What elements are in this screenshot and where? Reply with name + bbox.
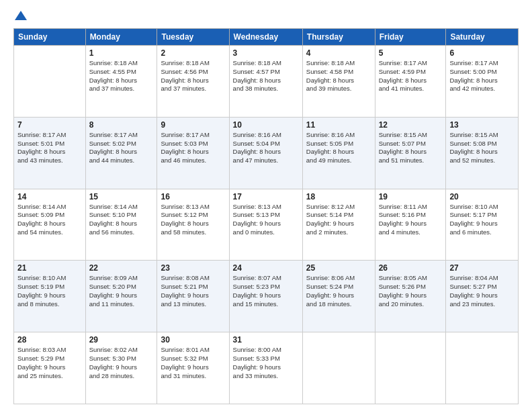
day-number: 17 [233, 192, 299, 201]
day-cell: 5Sunrise: 8:17 AM Sunset: 4:59 PM Daylig… [375, 46, 446, 118]
day-number: 20 [449, 192, 515, 201]
day-number: 23 [161, 263, 225, 273]
col-header-monday: Monday [85, 29, 157, 46]
day-number: 14 [17, 192, 82, 201]
day-info: Sunrise: 8:14 AM Sunset: 5:10 PM Dayligh… [89, 203, 154, 237]
day-info: Sunrise: 8:18 AM Sunset: 4:58 PM Dayligh… [306, 59, 371, 93]
day-number: 1 [89, 48, 154, 58]
day-cell: 26Sunrise: 8:05 AM Sunset: 5:26 PM Dayli… [375, 261, 446, 332]
day-info: Sunrise: 8:18 AM Sunset: 4:57 PM Dayligh… [233, 59, 299, 93]
day-info: Sunrise: 8:15 AM Sunset: 5:08 PM Dayligh… [449, 131, 515, 165]
day-number: 4 [306, 48, 371, 58]
day-info: Sunrise: 8:17 AM Sunset: 5:01 PM Dayligh… [17, 131, 82, 165]
day-info: Sunrise: 8:16 AM Sunset: 5:05 PM Dayligh… [306, 131, 371, 165]
day-cell: 3Sunrise: 8:18 AM Sunset: 4:57 PM Daylig… [229, 46, 302, 118]
day-number: 9 [161, 120, 225, 130]
day-info: Sunrise: 8:13 AM Sunset: 5:12 PM Dayligh… [161, 203, 225, 237]
day-number: 10 [233, 120, 299, 130]
day-cell: 11Sunrise: 8:16 AM Sunset: 5:05 PM Dayli… [302, 117, 375, 189]
day-cell: 6Sunrise: 8:17 AM Sunset: 5:00 PM Daylig… [446, 46, 519, 118]
day-info: Sunrise: 8:17 AM Sunset: 5:03 PM Dayligh… [161, 131, 225, 165]
day-info: Sunrise: 8:06 AM Sunset: 5:24 PM Dayligh… [306, 274, 371, 308]
day-number: 26 [379, 263, 443, 273]
day-number: 16 [161, 192, 225, 201]
day-number: 27 [449, 263, 515, 273]
day-number: 29 [89, 335, 154, 345]
day-cell: 4Sunrise: 8:18 AM Sunset: 4:58 PM Daylig… [302, 46, 375, 118]
day-info: Sunrise: 8:03 AM Sunset: 5:29 PM Dayligh… [17, 346, 82, 380]
col-header-tuesday: Tuesday [157, 29, 229, 46]
day-info: Sunrise: 8:17 AM Sunset: 5:02 PM Dayligh… [89, 131, 154, 165]
day-info: Sunrise: 8:01 AM Sunset: 5:32 PM Dayligh… [161, 346, 225, 380]
day-info: Sunrise: 8:02 AM Sunset: 5:30 PM Dayligh… [89, 346, 154, 380]
day-cell: 31Sunrise: 8:00 AM Sunset: 5:33 PM Dayli… [229, 332, 302, 404]
day-info: Sunrise: 8:05 AM Sunset: 5:26 PM Dayligh… [379, 274, 443, 308]
day-number: 21 [17, 263, 82, 273]
day-cell: 12Sunrise: 8:15 AM Sunset: 5:07 PM Dayli… [375, 117, 446, 189]
day-number: 3 [233, 48, 299, 58]
day-cell: 25Sunrise: 8:06 AM Sunset: 5:24 PM Dayli… [302, 261, 375, 332]
day-number: 31 [233, 335, 299, 345]
day-number: 8 [89, 120, 154, 130]
col-header-wednesday: Wednesday [229, 29, 302, 46]
header-row: SundayMondayTuesdayWednesdayThursdayFrid… [14, 29, 519, 46]
logo-icon [15, 9, 27, 21]
day-info: Sunrise: 8:08 AM Sunset: 5:21 PM Dayligh… [161, 274, 225, 308]
day-info: Sunrise: 8:17 AM Sunset: 5:00 PM Dayligh… [449, 59, 515, 93]
day-cell: 14Sunrise: 8:14 AM Sunset: 5:09 PM Dayli… [14, 189, 86, 261]
day-info: Sunrise: 8:09 AM Sunset: 5:20 PM Dayligh… [89, 274, 154, 308]
day-cell: 30Sunrise: 8:01 AM Sunset: 5:32 PM Dayli… [157, 332, 229, 404]
day-cell: 10Sunrise: 8:16 AM Sunset: 5:04 PM Dayli… [229, 117, 302, 189]
day-number: 5 [379, 48, 443, 58]
day-number: 12 [379, 120, 443, 130]
day-number: 2 [161, 48, 225, 58]
day-info: Sunrise: 8:14 AM Sunset: 5:09 PM Dayligh… [17, 203, 82, 237]
day-info: Sunrise: 8:18 AM Sunset: 4:55 PM Dayligh… [89, 59, 154, 93]
day-info: Sunrise: 8:15 AM Sunset: 5:07 PM Dayligh… [379, 131, 443, 165]
day-cell: 7Sunrise: 8:17 AM Sunset: 5:01 PM Daylig… [14, 117, 86, 189]
day-cell: 19Sunrise: 8:11 AM Sunset: 5:16 PM Dayli… [375, 189, 446, 261]
day-cell [302, 332, 375, 404]
col-header-thursday: Thursday [302, 29, 375, 46]
day-number: 6 [449, 48, 515, 58]
day-cell: 1Sunrise: 8:18 AM Sunset: 4:55 PM Daylig… [85, 46, 157, 118]
day-info: Sunrise: 8:07 AM Sunset: 5:23 PM Dayligh… [233, 274, 299, 308]
header [13, 11, 519, 21]
day-cell: 27Sunrise: 8:04 AM Sunset: 5:27 PM Dayli… [446, 261, 519, 332]
day-info: Sunrise: 8:11 AM Sunset: 5:16 PM Dayligh… [379, 203, 443, 237]
day-info: Sunrise: 8:18 AM Sunset: 4:56 PM Dayligh… [161, 59, 225, 93]
day-cell: 2Sunrise: 8:18 AM Sunset: 4:56 PM Daylig… [157, 46, 229, 118]
day-cell: 8Sunrise: 8:17 AM Sunset: 5:02 PM Daylig… [85, 117, 157, 189]
svg-marker-0 [15, 11, 27, 20]
day-cell: 13Sunrise: 8:15 AM Sunset: 5:08 PM Dayli… [446, 117, 519, 189]
calendar-table: SundayMondayTuesdayWednesdayThursdayFrid… [13, 28, 519, 404]
day-cell: 16Sunrise: 8:13 AM Sunset: 5:12 PM Dayli… [157, 189, 229, 261]
day-cell: 20Sunrise: 8:10 AM Sunset: 5:17 PM Dayli… [446, 189, 519, 261]
week-row-1: 1Sunrise: 8:18 AM Sunset: 4:55 PM Daylig… [14, 46, 519, 118]
day-info: Sunrise: 8:00 AM Sunset: 5:33 PM Dayligh… [233, 346, 299, 380]
page: SundayMondayTuesdayWednesdayThursdayFrid… [0, 0, 532, 411]
day-number: 22 [89, 263, 154, 273]
week-row-3: 14Sunrise: 8:14 AM Sunset: 5:09 PM Dayli… [14, 189, 519, 261]
day-cell: 15Sunrise: 8:14 AM Sunset: 5:10 PM Dayli… [85, 189, 157, 261]
day-cell [446, 332, 519, 404]
day-number: 24 [233, 263, 299, 273]
day-info: Sunrise: 8:16 AM Sunset: 5:04 PM Dayligh… [233, 131, 299, 165]
day-number: 15 [89, 192, 154, 201]
day-info: Sunrise: 8:12 AM Sunset: 5:14 PM Dayligh… [306, 203, 371, 237]
day-number: 25 [306, 263, 371, 273]
day-cell: 9Sunrise: 8:17 AM Sunset: 5:03 PM Daylig… [157, 117, 229, 189]
day-cell: 17Sunrise: 8:13 AM Sunset: 5:13 PM Dayli… [229, 189, 302, 261]
week-row-2: 7Sunrise: 8:17 AM Sunset: 5:01 PM Daylig… [14, 117, 519, 189]
col-header-friday: Friday [375, 29, 446, 46]
day-cell: 22Sunrise: 8:09 AM Sunset: 5:20 PM Dayli… [85, 261, 157, 332]
day-cell: 18Sunrise: 8:12 AM Sunset: 5:14 PM Dayli… [302, 189, 375, 261]
col-header-sunday: Sunday [14, 29, 86, 46]
day-cell: 29Sunrise: 8:02 AM Sunset: 5:30 PM Dayli… [85, 332, 157, 404]
day-info: Sunrise: 8:17 AM Sunset: 4:59 PM Dayligh… [379, 59, 443, 93]
day-number: 30 [161, 335, 225, 345]
day-number: 18 [306, 192, 371, 201]
day-number: 13 [449, 120, 515, 130]
day-cell [14, 46, 86, 118]
week-row-5: 28Sunrise: 8:03 AM Sunset: 5:29 PM Dayli… [14, 332, 519, 404]
